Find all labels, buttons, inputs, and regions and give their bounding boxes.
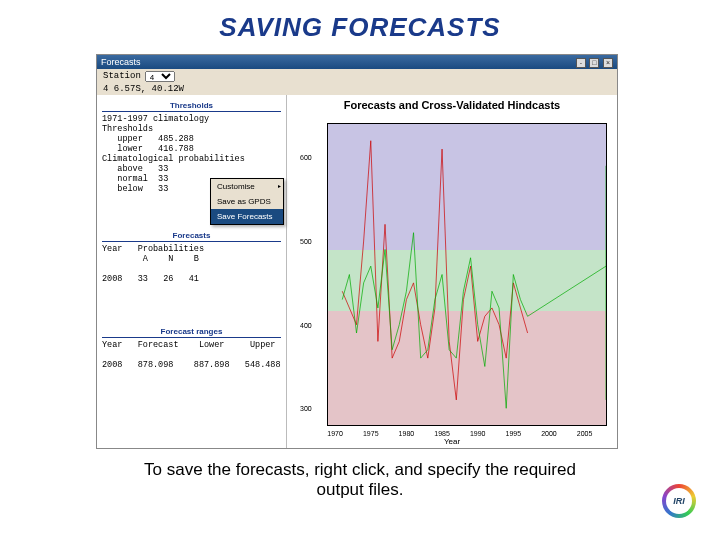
window-controls: - □ ×: [575, 57, 613, 68]
close-icon[interactable]: ×: [603, 58, 613, 68]
station-select[interactable]: 4: [145, 71, 175, 82]
station-row: Station 4: [97, 69, 617, 83]
logo-text: IRI: [666, 488, 692, 514]
maximize-icon[interactable]: □: [589, 58, 599, 68]
station-coords: 4 6.57S, 40.12W: [97, 83, 617, 95]
slide-caption: To save the forecasts, right click, and …: [120, 460, 600, 500]
x-axis-label: Year: [444, 437, 460, 446]
slide-title: SAVING FORECASTS: [0, 0, 720, 49]
ranges-body: Year Forecast Lower Upper 2008 878.098 8…: [102, 340, 281, 370]
chart-title: Forecasts and Cross-Validated Hindcasts: [287, 95, 617, 111]
menu-save-gpds[interactable]: Save as GPDS: [211, 194, 283, 209]
left-panel: Thresholds 1971-1997 climatology Thresho…: [97, 95, 287, 448]
context-menu: Customise Save as GPDS Save Forecasts: [210, 178, 284, 225]
station-label: Station: [103, 71, 141, 81]
menu-customise[interactable]: Customise: [211, 179, 283, 194]
ranges-heading: Forecast ranges: [102, 326, 281, 338]
app-window: Forecasts - □ × Station 4 4 6.57S, 40.12…: [96, 54, 618, 449]
iri-logo: IRI: [662, 484, 704, 526]
logo-ring-icon: IRI: [662, 484, 696, 518]
forecasts-body: Year Probabilities A N B 2008 33 26 41: [102, 244, 281, 284]
menu-save-forecasts[interactable]: Save Forecasts: [211, 209, 283, 224]
window-title: Forecasts: [101, 57, 141, 67]
chart-panel: Forecasts and Cross-Validated Hindcasts …: [287, 95, 617, 448]
chart-svg: [328, 124, 606, 425]
forecasts-heading: Forecasts: [102, 230, 281, 242]
thresholds-heading: Thresholds: [102, 100, 281, 112]
chart-plot[interactable]: 3004005006001970197519801985199019952000…: [327, 123, 607, 426]
minimize-icon[interactable]: -: [576, 58, 586, 68]
titlebar[interactable]: Forecasts - □ ×: [97, 55, 617, 69]
